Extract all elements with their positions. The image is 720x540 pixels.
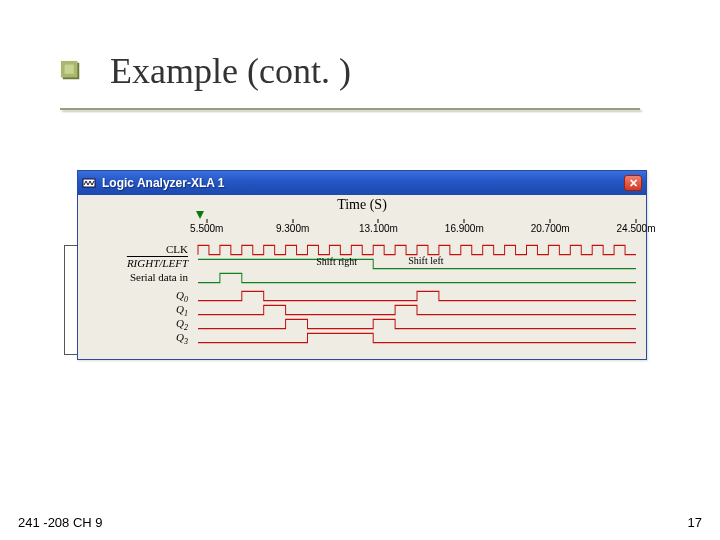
signal-row-q3: Q3 [78,331,646,345]
tick-2: 13.100m [359,223,398,234]
wave-q0 [198,289,636,303]
tick-0: 5.500m [190,223,223,234]
signal-row-clk: CLK [78,243,646,257]
signal-row-q0: Q0 [78,289,646,303]
label-q3: Q3 [78,331,194,346]
close-button[interactable]: ✕ [624,175,642,191]
x-axis: 5.500m 9.300m 13.100m 16.900m 20.700m 24… [198,223,636,237]
app-icon [82,176,96,190]
wave-sdi [198,271,636,285]
tick-5: 24.500m [617,223,656,234]
signal-row-q1: Q1 [78,303,646,317]
label-q2: Q2 [78,317,194,332]
window-title: Logic Analyzer-XLA 1 [102,176,618,190]
page-title: Example (cont. ) [110,50,351,92]
label-q1: Q1 [78,303,194,318]
annot-shift-right: Shift right [316,256,357,267]
signal-row-q2: Q2 [78,317,646,331]
signal-row-sdi: Serial data in [78,271,646,285]
window-titlebar: Logic Analyzer-XLA 1 ✕ [78,171,646,195]
wave-q2 [198,317,636,331]
title-underline [60,108,640,110]
close-icon: ✕ [629,178,638,189]
footer-left: 241 -208 CH 9 [18,515,103,530]
label-sdi: Serial data in [78,271,194,283]
tick-4: 20.700m [531,223,570,234]
label-q0: Q0 [78,289,194,304]
title-area: Example (cont. ) [60,50,351,92]
wave-q1 [198,303,636,317]
annot-shift-left: Shift left [408,255,443,266]
signal-row-rl: RIGHT/LEFT Shift right Shift left [78,257,646,271]
bullet-icon [60,60,82,82]
marker-icon [196,211,204,219]
label-clk: CLK [78,243,194,255]
svg-rect-2 [65,65,74,74]
label-rl: RIGHT/LEFT [78,257,194,269]
page-number: 17 [688,515,702,530]
logic-analyzer-window: Logic Analyzer-XLA 1 ✕ Time (S) 5.500m 9… [77,170,647,360]
tick-3: 16.900m [445,223,484,234]
axis-title: Time (S) [78,195,646,213]
wave-q3 [198,331,636,345]
tick-1: 9.300m [276,223,309,234]
chart-area: Time (S) 5.500m 9.300m 13.100m 16.900m 2… [78,195,646,359]
